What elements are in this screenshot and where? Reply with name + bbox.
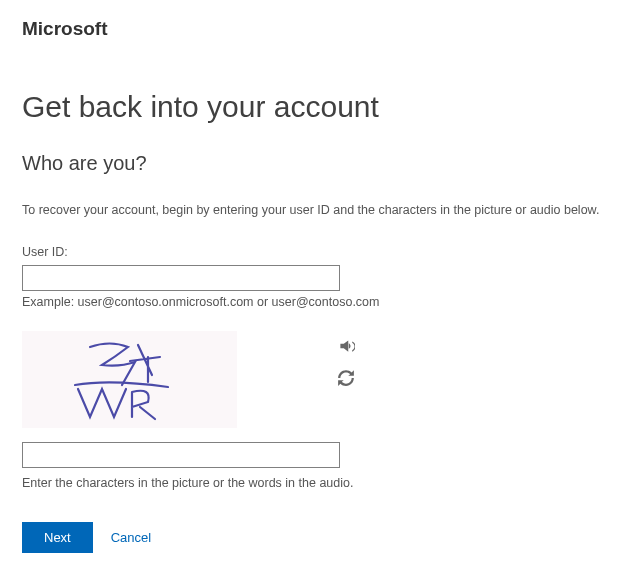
- page-title: Get back into your account: [22, 90, 613, 124]
- page-subtitle: Who are you?: [22, 152, 613, 175]
- userid-label: User ID:: [22, 245, 613, 259]
- captcha-input[interactable]: [22, 442, 340, 468]
- userid-example: Example: user@contoso.onmicrosoft.com or…: [22, 295, 613, 309]
- captcha-image: [22, 331, 237, 428]
- refresh-icon[interactable]: [337, 369, 355, 387]
- userid-input[interactable]: [22, 265, 340, 291]
- audio-icon[interactable]: [337, 337, 355, 355]
- captcha-hint: Enter the characters in the picture or t…: [22, 476, 613, 490]
- microsoft-logo: Microsoft: [22, 18, 613, 40]
- cancel-link[interactable]: Cancel: [111, 530, 151, 545]
- next-button[interactable]: Next: [22, 522, 93, 553]
- instruction-text: To recover your account, begin by enteri…: [22, 203, 613, 217]
